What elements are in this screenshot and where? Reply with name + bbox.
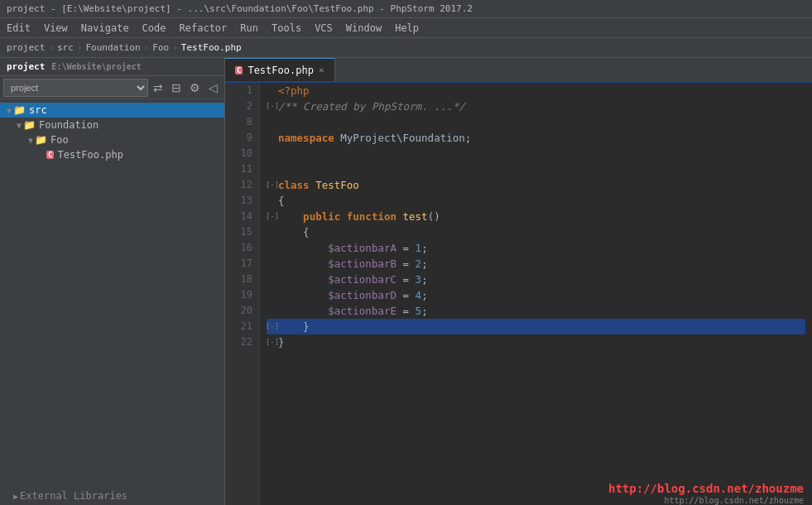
sidebar: project E:\Website\project project ⇄ ⊟ ⚙… (0, 58, 225, 505)
menu-item-tools[interactable]: Tools (265, 21, 308, 36)
collapse-btn[interactable]: ⊟ (168, 79, 185, 96)
code-tokens-15: { (278, 224, 310, 240)
code-line-14: [-] public function test() (267, 209, 805, 224)
code-line-15: { (267, 224, 805, 240)
code-line-16: $actionbarA = 1; (267, 240, 805, 256)
tree-item-src[interactable]: ▼ 📁 src (0, 103, 224, 118)
code-editor[interactable]: 128910111213141516171819202122 <?php[-]/… (225, 83, 812, 505)
breadcrumb-sep: › (77, 42, 83, 53)
menu-item-view[interactable]: View (37, 21, 74, 36)
settings-btn[interactable]: ⚙ (186, 79, 204, 96)
fold-btn-2[interactable]: [-] (266, 99, 279, 114)
code-line-22: [-]} (267, 334, 805, 350)
code-tokens-20: $actionbarE = 5; (278, 303, 428, 319)
code-tokens-9: namespace MyProject\Foundation; (278, 130, 471, 146)
fold-left-btn-14[interactable]: [-] (266, 209, 279, 224)
sync-btn[interactable]: ⇄ (150, 79, 166, 96)
fold-left-btn-12[interactable]: [-] (266, 177, 279, 193)
menu-item-vcs[interactable]: VCS (308, 21, 339, 36)
breadcrumb-item-testfoo-php[interactable]: TestFoo.php (181, 42, 242, 53)
menu-item-code[interactable]: Code (136, 21, 173, 36)
tab-file-icon: C (235, 66, 243, 75)
tree-item-foundation[interactable]: ▼ 📁 Foundation (0, 118, 224, 132)
line-number-9: 9 (232, 130, 252, 146)
line-number-2: 2 (232, 99, 252, 114)
menu-item-run[interactable]: Run (233, 21, 265, 36)
folder-icon-foundation: 📁 (23, 119, 36, 131)
code-content[interactable]: <?php[-]/** Created by PhpStorm. ...*/na… (260, 83, 812, 505)
menu-item-edit[interactable]: Edit (0, 21, 37, 36)
code-tokens-19: $actionbarD = 4; (278, 287, 428, 303)
code-line-9: namespace MyProject\Foundation; (267, 130, 805, 146)
title-text: project - [E:\Website\project] - ...\src… (7, 3, 473, 14)
tab-testfoo[interactable]: C TestFoo.php ✕ (225, 58, 335, 81)
file-icon-testfoo: C (46, 151, 54, 159)
tab-bar: C TestFoo.php ✕ (225, 58, 812, 83)
breadcrumb-item-src[interactable]: src (57, 42, 74, 53)
code-line-10 (267, 146, 805, 161)
line-number-13: 13 (232, 193, 252, 209)
menu-item-help[interactable]: Help (388, 21, 425, 36)
title-bar: project - [E:\Website\project] - ...\src… (0, 0, 812, 18)
line-number-21: 21 (232, 319, 252, 334)
line-number-12: 12 (232, 177, 252, 193)
external-libraries-label: External Libraries (20, 490, 127, 502)
code-tokens-2: /** Created by PhpStorm. ...*/ (278, 99, 465, 114)
file-tree: ▼ 📁 src ▼ 📁 Foundation ▼ 📁 Foo ▶ (0, 99, 224, 487)
sidebar-path: E:\Website\project (51, 62, 141, 71)
menu-item-navigate[interactable]: Navigate (74, 21, 136, 36)
line-number-19: 19 (232, 287, 252, 303)
breadcrumb-sep: › (48, 42, 54, 53)
breadcrumb-bar: project›src›Foundation›Foo›TestFoo.php (0, 38, 812, 58)
tree-item-foo[interactable]: ▼ 📁 Foo (0, 132, 224, 147)
code-tokens-22: } (278, 334, 285, 350)
code-line-13: { (267, 193, 805, 209)
tree-item-testfoo[interactable]: ▶ C TestFoo.php (0, 147, 224, 162)
gutter-22: [-] (267, 334, 278, 350)
folder-icon-foo: 📁 (35, 134, 47, 146)
gutter-12: [-] (267, 177, 278, 193)
breadcrumb-sep: › (172, 42, 178, 53)
watermark: http://blog.csdn.net/zhouzme (608, 481, 804, 497)
editor-area: C TestFoo.php ✕ 128910111213141516171819… (225, 58, 812, 505)
tree-label-testfoo: TestFoo.php (57, 149, 123, 161)
tree-label-foundation: Foundation (39, 119, 98, 131)
gutter-14: [-] (267, 209, 278, 224)
line-number-1: 1 (232, 83, 252, 99)
watermark2: http://blog.csdn.net/zhouzme (664, 493, 804, 505)
code-tokens-18: $actionbarC = 3; (278, 272, 428, 287)
external-libraries[interactable]: ▶ External Libraries (0, 487, 224, 505)
hide-btn[interactable]: ◁ (205, 79, 221, 96)
code-line-8 (267, 114, 805, 130)
menu-bar: EditViewNavigateCodeRefactorRunToolsVCSW… (0, 18, 812, 38)
line-number-8: 8 (232, 114, 252, 130)
code-tokens-16: $actionbarA = 1; (278, 240, 428, 256)
fold-left-btn-22[interactable]: [-] (266, 334, 279, 350)
tree-label-foo: Foo (50, 134, 69, 146)
code-tokens-21: } (278, 319, 310, 334)
gutter-2: [-] (267, 99, 278, 114)
code-tokens-17: $actionbarB = 2; (278, 256, 428, 272)
line-number-18: 18 (232, 272, 252, 287)
menu-item-refactor[interactable]: Refactor (173, 21, 234, 36)
code-line-19: $actionbarD = 4; (267, 287, 805, 303)
folder-icon-src: 📁 (13, 104, 26, 116)
code-line-12: [-]class TestFoo (267, 177, 805, 193)
main-layout: project E:\Website\project project ⇄ ⊟ ⚙… (0, 58, 812, 505)
tree-label-src: src (29, 104, 47, 116)
breadcrumb-item-foo[interactable]: Foo (152, 42, 169, 53)
breadcrumb-item-foundation[interactable]: Foundation (85, 42, 140, 53)
project-dropdown[interactable]: project (3, 79, 148, 97)
line-number-15: 15 (232, 224, 252, 240)
gutter-21: [-] (267, 319, 278, 334)
code-line-21: [-] } (267, 319, 805, 334)
code-line-11 (267, 161, 805, 177)
line-number-14: 14 (232, 209, 252, 224)
code-tokens-12: class TestFoo (278, 177, 359, 193)
menu-item-window[interactable]: Window (339, 21, 388, 36)
tab-label: TestFoo.php (247, 65, 313, 76)
ext-arrow: ▶ (13, 492, 18, 501)
tab-close-btn[interactable]: ✕ (319, 65, 324, 75)
fold-left-btn-21[interactable]: [-] (266, 319, 279, 334)
breadcrumb-item-project[interactable]: project (7, 42, 45, 53)
